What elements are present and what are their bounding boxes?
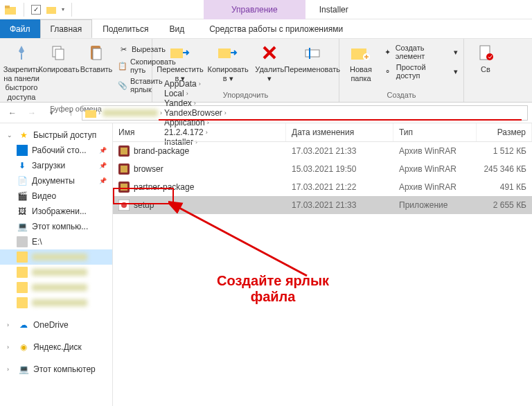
file-row[interactable]: partner-package17.03.2021 21:22Архив Win… xyxy=(113,178,532,196)
pin-icon xyxy=(10,42,33,64)
properties-icon xyxy=(475,42,497,64)
pc-icon: 💻 xyxy=(18,364,29,375)
svg-rect-22 xyxy=(121,184,127,191)
desktop-icon xyxy=(17,145,28,156)
documents-icon: 📄 xyxy=(17,175,28,186)
sidebar-folder-1[interactable] xyxy=(0,249,112,265)
svg-rect-10 xyxy=(305,50,319,57)
pictures-icon: 🖼 xyxy=(17,206,28,217)
up-button[interactable]: ↑ xyxy=(62,105,79,121)
divider xyxy=(24,3,24,17)
file-name: setup xyxy=(134,200,154,210)
file-row[interactable]: setup17.03.2021 21:33Приложение2 655 КБ xyxy=(113,196,532,214)
paste-button[interactable]: Вставить xyxy=(79,40,114,76)
paste-icon xyxy=(85,42,107,64)
file-tab[interactable]: Файл xyxy=(0,19,40,38)
qat-dropdown-icon[interactable]: ▾ xyxy=(62,6,64,12)
back-button[interactable]: ← xyxy=(4,105,21,121)
file-type: Архив WinRAR xyxy=(393,144,477,158)
sidebar-documents[interactable]: 📄Документы📌 xyxy=(0,173,112,188)
breadcrumb-segment[interactable]: Yandex› xyxy=(164,98,229,108)
delete-icon xyxy=(258,42,281,64)
sidebar-downloads[interactable]: ⬇Загрузки📌 xyxy=(0,158,112,173)
address-bar[interactable]: › › AppData›Local›Yandex›YandexBrowser›A… xyxy=(82,105,528,121)
delete-button[interactable]: Удалить ▾ xyxy=(252,40,287,85)
sidebar-folder-4[interactable] xyxy=(0,295,112,310)
forward-button[interactable]: → xyxy=(24,105,40,121)
easy-access-button[interactable]: ⚬Простой доступ ▾ xyxy=(381,62,459,80)
pin-button[interactable]: Закрепить на панели быстрого доступа xyxy=(4,40,39,103)
svg-rect-2 xyxy=(46,7,56,14)
svg-rect-1 xyxy=(5,6,10,8)
sidebar-yandex-disk[interactable]: ›◉Яндекс.Диск xyxy=(0,339,112,355)
file-date: 15.03.2021 19:50 xyxy=(286,162,393,176)
rename-button[interactable]: Переименовать xyxy=(290,40,335,76)
copy-icon xyxy=(48,42,70,64)
sidebar-quick-access[interactable]: ⌄★Быстрый доступ xyxy=(0,127,112,143)
drive-icon xyxy=(17,236,28,247)
sidebar-pictures[interactable]: 🖼Изображени... xyxy=(0,204,112,219)
move-icon xyxy=(169,42,191,64)
folder-small-icon[interactable] xyxy=(45,3,57,16)
history-dropdown[interactable]: ▾ xyxy=(43,105,60,121)
copy-to-icon xyxy=(217,42,239,64)
svg-rect-5 xyxy=(55,49,64,60)
share-tab[interactable]: Поделиться xyxy=(92,19,159,38)
breadcrumb-segment[interactable]: AppData› xyxy=(164,79,229,89)
path-icon: 📋 xyxy=(118,60,127,71)
sidebar-onedrive[interactable]: ›☁OneDrive xyxy=(0,317,112,333)
breadcrumb-segment[interactable]: YandexBrowser› xyxy=(164,108,229,118)
context-tab[interactable]: Управление xyxy=(204,0,305,19)
sidebar-folder-3[interactable] xyxy=(0,280,112,295)
crumb-root[interactable]: › xyxy=(85,108,103,118)
create-group-label: Создать xyxy=(344,89,459,100)
sidebar-thispc-item[interactable]: 💻Этот компью... xyxy=(0,219,112,234)
file-date: 17.03.2021 21:22 xyxy=(286,180,393,194)
annotation-text: Создайте ярлык файла xyxy=(217,273,329,305)
sidebar-videos[interactable]: 🎬Видео xyxy=(0,188,112,204)
navigation-pane[interactable]: ⌄★Быстрый доступ Рабочий сто...📌 ⬇Загруз… xyxy=(0,123,113,406)
annotation-underline xyxy=(159,119,522,121)
breadcrumb-segment[interactable]: Local› xyxy=(164,89,229,98)
app-tools-tab[interactable]: Средства работы с приложениями xyxy=(195,19,357,38)
new-folder-icon xyxy=(350,42,372,64)
new-item-button[interactable]: ✦Создать элемент ▾ xyxy=(381,43,459,61)
svg-rect-16 xyxy=(85,110,96,118)
svg-rect-7 xyxy=(93,48,101,60)
column-type[interactable]: Тип xyxy=(393,123,477,141)
folder-icon xyxy=(17,267,28,278)
file-size: 1 512 КБ xyxy=(477,144,532,158)
file-size: 245 346 КБ xyxy=(477,162,532,176)
file-row[interactable]: browser15.03.2021 19:50Архив WinRAR245 3… xyxy=(113,160,532,178)
scissors-icon: ✂ xyxy=(118,44,129,55)
file-row[interactable]: brand-package17.03.2021 21:33Архив WinRA… xyxy=(113,142,532,160)
qat-checkbox-1[interactable]: ✓ xyxy=(31,5,41,15)
easy-access-icon: ⚬ xyxy=(382,66,393,77)
file-type: Архив WinRAR xyxy=(393,180,477,194)
sidebar-this-pc[interactable]: ›💻Этот компьютер xyxy=(0,362,112,377)
pin-icon: 📌 xyxy=(99,162,107,169)
file-name: brand-package xyxy=(134,146,189,156)
sidebar-desktop[interactable]: Рабочий сто...📌 xyxy=(0,143,112,158)
svg-rect-20 xyxy=(121,166,127,173)
file-icon xyxy=(118,145,130,157)
copy-button[interactable]: Копировать xyxy=(42,40,76,76)
column-name[interactable]: Имя xyxy=(113,123,286,141)
sidebar-drive-e[interactable]: E:\ xyxy=(0,234,112,249)
file-list[interactable]: Имя Дата изменения Тип Размер brand-pack… xyxy=(113,123,532,406)
sidebar-folder-2[interactable] xyxy=(0,265,112,280)
file-type: Архив WinRAR xyxy=(393,162,477,176)
new-folder-button[interactable]: Новая папка xyxy=(344,40,378,85)
column-size[interactable]: Размер xyxy=(477,123,532,141)
properties-button[interactable]: Св xyxy=(468,40,503,76)
file-name: browser xyxy=(134,164,163,174)
crumb-blur[interactable]: › xyxy=(103,109,164,116)
file-icon xyxy=(118,182,130,193)
home-tab[interactable]: Главная xyxy=(40,19,93,38)
view-tab[interactable]: Вид xyxy=(159,19,195,38)
svg-point-24 xyxy=(121,202,127,208)
column-date[interactable]: Дата изменения xyxy=(286,123,393,141)
file-size: 2 655 КБ xyxy=(477,198,532,212)
folder-icon xyxy=(17,297,28,308)
pc-icon: 💻 xyxy=(17,221,28,232)
